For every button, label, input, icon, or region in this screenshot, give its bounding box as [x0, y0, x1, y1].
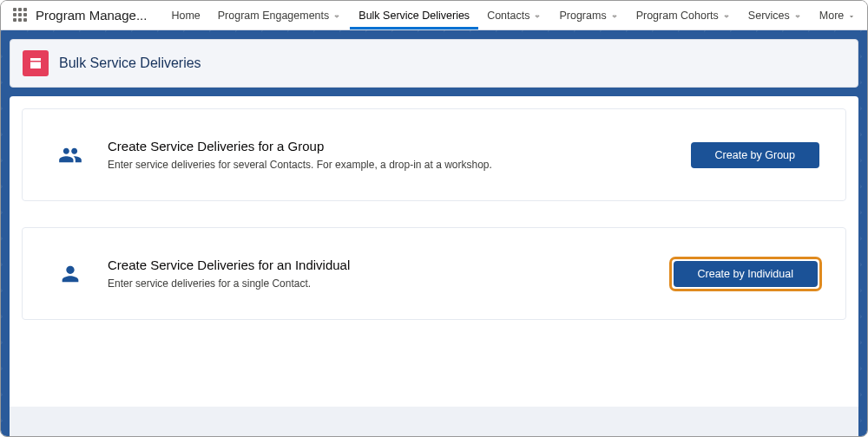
option-title: Create Service Deliveries for a Group [108, 139, 691, 153]
option-desc: Enter service deliveries for several Con… [108, 159, 691, 171]
nav-item-label: Services [748, 10, 790, 22]
nav-item-label: Programs [559, 10, 606, 22]
nav-item-label: More [819, 10, 844, 22]
nav-item-program-engagements[interactable]: Program Engagements [209, 1, 351, 29]
app-launcher-icon[interactable] [13, 8, 27, 23]
option-card-group: Create Service Deliveries for a GroupEnt… [22, 108, 846, 201]
page-header: Bulk Service Deliveries [10, 39, 858, 88]
bulk-deliveries-icon [23, 50, 49, 76]
option-card-individual: Create Service Deliveries for an Individ… [22, 227, 846, 320]
page-title: Bulk Service Deliveries [59, 55, 201, 71]
create-by-individual-button[interactable]: Create by Individual [674, 261, 818, 287]
nav-item-label: Contacts [487, 10, 529, 22]
page-band: Bulk Service Deliveries Create Service D… [1, 30, 867, 436]
nav-item-contacts[interactable]: Contacts [478, 1, 550, 29]
option-text: Create Service Deliveries for a GroupEnt… [108, 139, 691, 171]
nav-item-label: Program Engagements [218, 10, 330, 22]
nav-item-programs[interactable]: Programs [550, 1, 627, 29]
person-icon [49, 262, 92, 286]
option-desc: Enter service deliveries for a single Co… [108, 277, 672, 290]
group-icon [49, 143, 92, 167]
nav-item-label: Bulk Service Deliveries [358, 10, 470, 22]
chevron-down-icon [793, 11, 802, 20]
footer-strip [10, 407, 858, 436]
chevron-down-icon [332, 11, 341, 20]
nav-tabs: HomeProgram EngagementsBulk Service Deli… [162, 1, 865, 29]
option-text: Create Service Deliveries for an Individ… [108, 258, 672, 290]
option-button-wrap: Create by Group [691, 142, 819, 168]
top-nav: Program Manage... HomeProgram Engagement… [1, 1, 867, 30]
nav-item-bulk-service-deliveries[interactable]: Bulk Service Deliveries [350, 1, 478, 29]
nav-item-label: Program Cohorts [636, 10, 719, 22]
caret-down-icon [847, 11, 856, 20]
main-area: Create Service Deliveries for a GroupEnt… [10, 96, 858, 436]
create-by-group-button[interactable]: Create by Group [691, 142, 819, 168]
nav-item-label: Home [171, 10, 200, 22]
chevron-down-icon [610, 11, 619, 20]
option-title: Create Service Deliveries for an Individ… [108, 258, 672, 272]
highlight-ring: Create by Individual [672, 259, 819, 289]
chevron-down-icon [722, 11, 731, 20]
option-button-wrap: Create by Individual [672, 259, 819, 289]
app-name: Program Manage... [36, 8, 147, 23]
nav-item-home[interactable]: Home [162, 1, 208, 29]
nav-item-program-cohorts[interactable]: Program Cohorts [628, 1, 740, 29]
edit-nav-icon[interactable] [865, 8, 868, 23]
chevron-down-icon [533, 11, 542, 20]
nav-item-more[interactable]: More [811, 1, 865, 29]
nav-item-services[interactable]: Services [740, 1, 811, 29]
